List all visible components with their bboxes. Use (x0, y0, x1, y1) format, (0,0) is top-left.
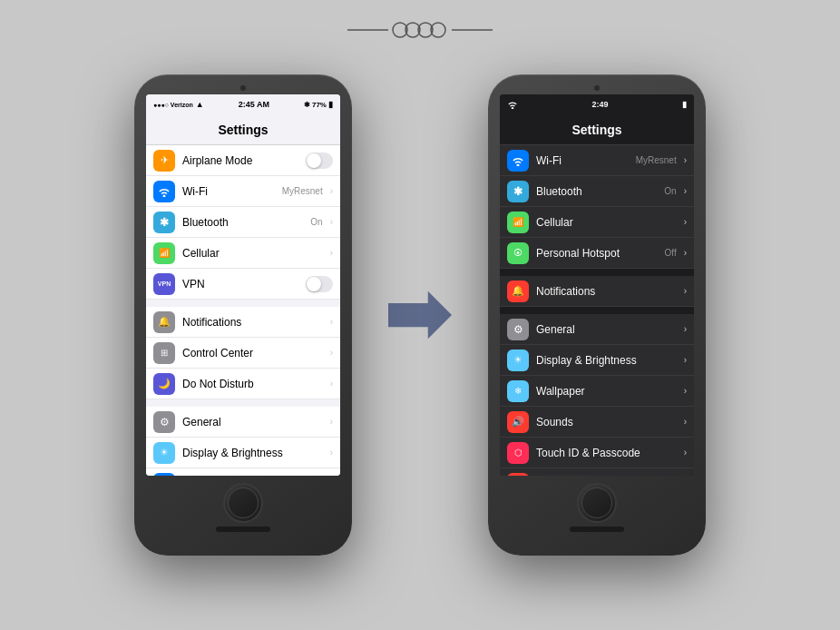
settings-title-light: Settings (218, 123, 268, 137)
list-item[interactable]: ⚙ General › (146, 407, 340, 438)
settings-title-dark: Settings (571, 123, 621, 137)
status-bar-dark: 2:49 ▮ (500, 94, 694, 114)
donotdisturb-chevron: › (330, 379, 333, 389)
list-item[interactable]: 🌙 Do Not Disturb › (146, 369, 340, 399)
list-item[interactable]: ⦿ Personal Hotspot Off › (500, 238, 694, 269)
bluetooth-chevron-light: › (330, 217, 333, 227)
list-item[interactable]: Wi-Fi MyResnet › (146, 176, 340, 207)
list-item[interactable]: ☀ Display & Brightness › (500, 345, 694, 376)
bluetooth-icon-dark: ✱ (507, 181, 529, 202)
group-3-light: ⚙ General › ☀ Display & Brightness › 🌄 W… (146, 407, 340, 476)
list-item[interactable]: 📶 Cellular › (500, 207, 694, 238)
list-item[interactable]: ⊞ Control Center › (146, 338, 340, 369)
hotspot-value-dark: Off (665, 248, 677, 258)
general-icon: ⚙ (153, 411, 175, 433)
wifi-icon-status (507, 100, 518, 109)
bluetooth-value-dark: On (664, 186, 676, 196)
privacy-icon-dark: 🔒 (507, 473, 529, 477)
general-chevron-dark: › (684, 324, 687, 334)
bluetooth-icon: ✱ (153, 212, 175, 233)
notifications-label: Notifications (182, 316, 323, 329)
general-label-dark: General (536, 323, 677, 336)
notifications-icon: 🔔 (153, 311, 175, 333)
group-1-light: ✈ Airplane Mode Wi-Fi MyResnet › (146, 145, 340, 300)
touchid-chevron-dark: › (684, 448, 687, 458)
notifications-chevron-dark: › (684, 286, 687, 296)
svg-marker-6 (388, 291, 452, 340)
cellular-label-dark: Cellular (536, 216, 677, 229)
cellular-label: Cellular (182, 247, 323, 260)
time-dark: 2:49 (591, 100, 608, 109)
cellular-chevron-dark: › (684, 217, 687, 227)
list-item[interactable]: ✱ Bluetooth On › (500, 176, 694, 207)
divider-1-dark (500, 269, 694, 276)
list-item[interactable]: 🌄 Wallpaper › (146, 468, 340, 476)
home-button-dark[interactable] (577, 483, 617, 523)
direction-arrow (388, 288, 452, 342)
status-left-dark (507, 100, 518, 109)
list-item[interactable]: ⚙ General › (500, 314, 694, 345)
arrow-container (388, 288, 452, 342)
nav-bar-dark: Settings (500, 114, 694, 145)
touchid-icon-dark: ⬡ (507, 442, 529, 464)
list-item[interactable]: VPN VPN (146, 269, 340, 300)
divider-1 (146, 300, 340, 307)
status-right-light: ✱ 77% ▮ (304, 100, 333, 109)
home-button-inner-dark (581, 487, 612, 518)
divider-2 (146, 399, 340, 407)
list-item[interactable]: ✱ Bluetooth On › (146, 207, 340, 238)
wifi-label-dark: Wi-Fi (536, 154, 629, 167)
phone-dark: 2:49 ▮ Settings Wi-Fi MyR (488, 74, 706, 556)
cellular-chevron-light: › (330, 248, 333, 258)
home-button-light[interactable] (223, 483, 263, 523)
carrier-text: ●●●○ Verizon (153, 102, 193, 108)
hotspot-icon-dark: ⦿ (507, 242, 529, 264)
list-item[interactable]: ❄ Wallpaper › (500, 376, 694, 407)
wifi-chevron-light: › (330, 186, 333, 196)
list-item[interactable]: ⬡ Touch ID & Passcode › (500, 438, 694, 468)
list-item[interactable]: 🔊 Sounds › (500, 407, 694, 438)
controlcenter-label: Control Center (182, 347, 323, 359)
status-bar-light: ●●●○ Verizon ▲ 2:45 AM ✱ 77% ▮ (146, 94, 340, 114)
display-label-dark: Display & Brightness (536, 354, 677, 367)
list-item[interactable]: ☀ Display & Brightness › (146, 438, 340, 468)
hotspot-chevron-dark: › (684, 248, 687, 258)
page-wrapper: ●●●○ Verizon ▲ 2:45 AM ✱ 77% ▮ Settings (0, 0, 840, 630)
airplane-toggle[interactable] (306, 153, 333, 169)
list-item[interactable]: 🔔 Notifications › (146, 307, 340, 338)
phone-screen-dark: 2:49 ▮ Settings Wi-Fi MyR (500, 94, 694, 476)
list-item[interactable]: 🔒 Privacy › (500, 468, 694, 476)
display-label: Display & Brightness (182, 447, 323, 459)
list-item[interactable]: 🔔 Notifications › (500, 276, 694, 307)
sounds-chevron-dark: › (684, 417, 687, 427)
vpn-icon: VPN (153, 273, 175, 295)
sounds-icon-dark: 🔊 (507, 411, 529, 433)
airplane-label: Airplane Mode (182, 154, 298, 167)
list-item[interactable]: 📶 Cellular › (146, 238, 340, 269)
vpn-toggle[interactable] (306, 276, 333, 292)
wallpaper-label-dark: Wallpaper (536, 385, 677, 398)
vpn-label: VPN (182, 278, 298, 290)
wifi-value-light: MyResnet (282, 186, 323, 196)
wallpaper-icon-dark: ❄ (507, 380, 529, 402)
wifi-chevron-dark: › (684, 155, 687, 165)
airplane-icon: ✈ (153, 150, 175, 172)
touchid-label-dark: Touch ID & Passcode (536, 447, 677, 459)
camera-dot-light (240, 85, 246, 91)
phone-light: ●●●○ Verizon ▲ 2:45 AM ✱ 77% ▮ Settings (134, 74, 352, 556)
cellular-icon: 📶 (153, 242, 175, 264)
bluetooth-label-dark: Bluetooth (536, 185, 657, 198)
nav-bar-light: Settings (146, 114, 340, 145)
wifi-label: Wi-Fi (182, 185, 275, 198)
list-item[interactable]: Wi-Fi MyResnet › (500, 145, 694, 176)
wifi-value-dark: MyResnet (636, 155, 677, 165)
list-item[interactable]: ✈ Airplane Mode (146, 145, 340, 176)
phone-connector-dark (570, 527, 624, 532)
display-chevron: › (330, 448, 333, 458)
divider-2-dark (500, 307, 694, 314)
display-icon: ☀ (153, 442, 175, 464)
general-icon-dark: ⚙ (507, 319, 529, 340)
display-icon-dark: ☀ (507, 349, 529, 371)
group-1-dark: Wi-Fi MyResnet › ✱ Bluetooth On › (500, 145, 694, 269)
home-button-inner-light (228, 487, 259, 518)
